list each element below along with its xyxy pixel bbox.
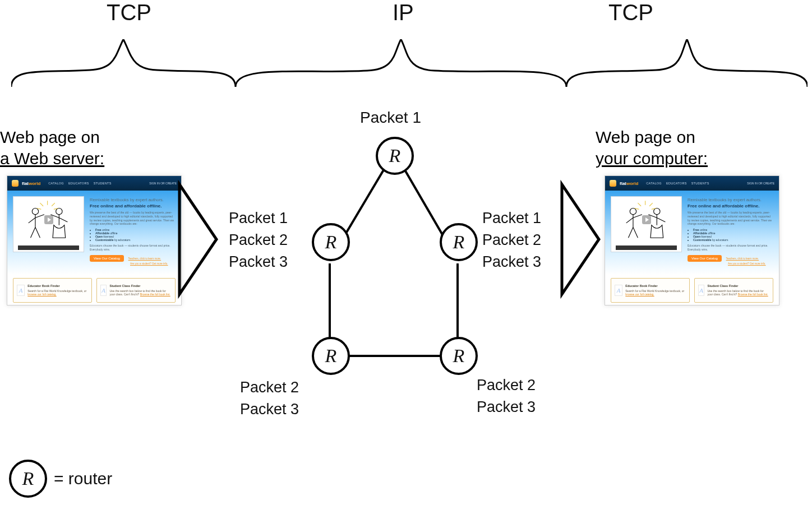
section-label-tcp-right: TCP (608, 0, 653, 25)
svg-line-25 (633, 215, 642, 218)
svg-line-5 (35, 227, 40, 238)
logo-icon (610, 180, 616, 187)
webpage-client: flatworld CATALOGEDUCATORSSTUDENTS SIGN … (605, 175, 779, 305)
finder-student: A Student Class FinderUse the search box… (694, 278, 773, 303)
brand: flatworld (620, 181, 638, 186)
hero-body: We preserve the best of the old — books … (90, 211, 176, 226)
router-right: R (440, 223, 478, 261)
svg-point-28 (654, 209, 660, 215)
book-icon: A (615, 285, 622, 296)
arrow-icon-left (178, 183, 218, 295)
hero-video (611, 196, 682, 252)
hero-subhead: Remixable textbooks by expert authors. (90, 197, 176, 202)
logo-icon (12, 180, 19, 187)
hero-body-2: Educators choose the book — students cho… (90, 244, 176, 252)
svg-line-33 (638, 203, 641, 206)
brace-center (236, 39, 566, 87)
webpage-server: flatworld CATALOGEDUCATORSSTUDENTS SIGN … (7, 175, 182, 305)
svg-line-3 (35, 215, 44, 218)
play-icon (642, 215, 651, 224)
hero-bullets: Free onlineAffordable offlineOpen-licens… (693, 228, 773, 242)
packets-in: Packet 1 Packet 2 Packet 3 (482, 207, 541, 273)
packets-bottom-left: Packet 2 Packet 3 (240, 377, 299, 420)
svg-marker-15 (179, 184, 216, 294)
cta-button: View Our Catalog (90, 255, 124, 262)
router-bottom-right: R (440, 337, 478, 375)
svg-line-27 (633, 227, 638, 238)
router-top: R (376, 137, 414, 175)
finder-educator: A Educator Book FinderSearch for a Flat … (13, 278, 92, 303)
svg-line-11 (40, 203, 43, 206)
section-label-ip: IP (393, 0, 414, 25)
router-left: R (312, 223, 350, 261)
top-nav: CATALOGEDUCATORSSTUDENTS (48, 182, 111, 185)
svg-line-4 (30, 227, 35, 238)
section-label-tcp-left: TCP (107, 0, 151, 25)
hero-video (13, 196, 84, 252)
hero-subhead: Remixable textbooks by expert authors. (688, 197, 773, 202)
caption-source-line2: a Web server: (0, 149, 104, 168)
packet-top: Packet 1 (360, 106, 421, 129)
svg-point-22 (630, 209, 636, 215)
router-bottom-left: R (312, 337, 350, 375)
svg-line-26 (628, 227, 633, 238)
book-icon: A (17, 285, 25, 296)
caption-dest-line1: Web page on (596, 128, 695, 146)
book-icon: A (698, 285, 704, 296)
cta-link-2: Are you a student? Get more info. (728, 262, 766, 265)
brace-left (11, 39, 236, 87)
svg-line-12 (52, 203, 55, 206)
signin-text: SIGN IN OR CREATE (747, 182, 774, 185)
brace-right (566, 39, 808, 87)
legend: R = router (9, 460, 112, 498)
svg-line-2 (29, 217, 35, 223)
legend-text: = router (54, 469, 112, 488)
hero-headline: Free online and affordable offline. (90, 203, 176, 209)
svg-marker-21 (562, 184, 599, 294)
svg-line-9 (59, 217, 67, 222)
packets-out: Packet 1 Packet 2 Packet 3 (229, 207, 288, 273)
svg-line-31 (657, 217, 665, 222)
hero-bullets: Free onlineAffordable offlineOpen-licens… (95, 228, 176, 242)
caption-source: Web page on a Web server: (0, 127, 104, 169)
play-icon (44, 215, 53, 224)
svg-point-6 (56, 209, 62, 215)
caption-dest-line2: your computer: (596, 149, 708, 168)
caption-dest: Web page on your computer: (596, 127, 708, 169)
router-legend-icon: R (9, 460, 47, 498)
hero-body: We preserve the best of the old — books … (688, 211, 773, 226)
hero-headline: Free online and affordable offline. (688, 203, 773, 209)
cta-link-2: Are you a student? Get more info. (130, 262, 168, 265)
arrow-icon-right (561, 183, 600, 295)
signin-text: SIGN IN OR CREATE (149, 182, 177, 185)
book-icon: A (100, 285, 107, 296)
cta-button: View Our Catalog (688, 255, 722, 262)
brand: flatworld (22, 181, 40, 186)
svg-point-0 (32, 209, 38, 215)
svg-line-24 (626, 217, 633, 223)
hero-body-2: Educators choose the book — students cho… (688, 244, 773, 252)
top-nav: CATALOGEDUCATORSSTUDENTS (646, 182, 709, 185)
cta-link-1: Teachers, click to learn more. (726, 257, 759, 260)
finder-educator: A Educator Book FinderSearch for a Flat … (611, 278, 690, 303)
svg-line-34 (649, 203, 653, 206)
cta-link-1: Teachers, click to learn more. (128, 257, 162, 260)
finder-student: A Student Class FinderUse the search box… (96, 278, 176, 303)
packets-bottom-right: Packet 2 Packet 3 (477, 374, 536, 418)
caption-source-line1: Web page on (0, 128, 100, 146)
